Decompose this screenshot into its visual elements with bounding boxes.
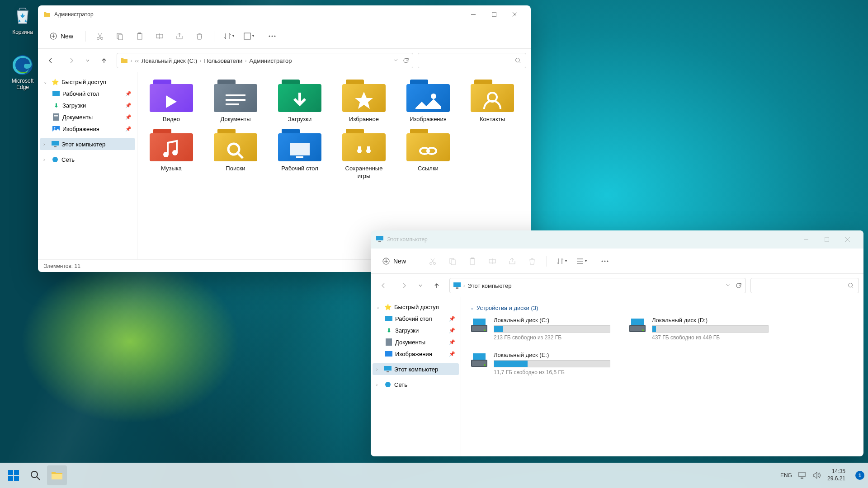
folder-item[interactable]: Контакты bbox=[467, 80, 517, 123]
language-indicator[interactable]: ENG bbox=[780, 472, 792, 479]
folder-item[interactable]: Избранное bbox=[339, 80, 389, 123]
maximize-button[interactable] bbox=[484, 5, 505, 23]
close-button[interactable] bbox=[505, 5, 525, 23]
chevron-down-icon[interactable] bbox=[726, 282, 731, 288]
desktop-icon-edge[interactable]: Microsoft Edge bbox=[5, 54, 40, 90]
nav-desktop[interactable]: Рабочий стол📌 bbox=[49, 88, 135, 99]
drive-item[interactable]: Локальный диск (C:)213 ГБ свободно из 23… bbox=[470, 317, 610, 341]
share-button[interactable] bbox=[171, 28, 188, 44]
up-button[interactable] bbox=[429, 277, 445, 294]
recent-button[interactable] bbox=[417, 277, 424, 294]
view-button[interactable]: ▾ bbox=[573, 253, 590, 269]
folder-item[interactable]: Ссылки bbox=[403, 129, 453, 180]
svg-rect-79 bbox=[385, 316, 392, 321]
minimize-button[interactable] bbox=[463, 5, 484, 23]
folder-item[interactable]: Видео bbox=[146, 80, 196, 123]
address-bar[interactable]: › ‹‹ Локальный диск (C:)› Пользователи› … bbox=[117, 53, 413, 68]
folder-item[interactable]: Рабочий стол bbox=[275, 129, 325, 180]
nav-documents[interactable]: Документы📌 bbox=[382, 336, 459, 348]
rename-button[interactable] bbox=[484, 253, 500, 269]
copy-button[interactable] bbox=[112, 28, 128, 44]
svg-rect-14 bbox=[137, 33, 142, 39]
folder-label: Документы bbox=[220, 116, 250, 123]
folder-item[interactable]: Документы bbox=[211, 80, 260, 123]
section-header[interactable]: ⌄Устройства и диски (3) bbox=[470, 305, 854, 311]
nav-pane: ⌄⭐Быстрый доступ Рабочий стол📌 ⬇Загрузки… bbox=[371, 297, 461, 456]
close-button[interactable] bbox=[837, 230, 858, 249]
view-button[interactable]: ▾ bbox=[241, 28, 257, 44]
svg-point-32 bbox=[52, 157, 58, 162]
forward-button[interactable] bbox=[63, 52, 80, 69]
nav-this-pc[interactable]: ›Этот компьютер bbox=[373, 363, 459, 375]
search-button[interactable] bbox=[25, 465, 45, 485]
cut-button[interactable] bbox=[92, 28, 108, 44]
svg-rect-43 bbox=[296, 156, 303, 158]
search-input[interactable] bbox=[750, 278, 859, 293]
nav-network[interactable]: ›Сеть bbox=[373, 379, 459, 390]
copy-button[interactable] bbox=[444, 253, 461, 269]
clock[interactable]: 14:35 29.6.21 bbox=[827, 468, 849, 482]
svg-point-95 bbox=[484, 364, 486, 366]
desktop-icon-recycle-bin[interactable]: Корзина bbox=[5, 5, 40, 35]
explorer-taskbar-button[interactable] bbox=[47, 465, 67, 485]
drive-item[interactable]: Локальный диск (E:)11,7 ГБ свободно из 1… bbox=[470, 352, 610, 375]
share-button[interactable] bbox=[504, 253, 520, 269]
content-area[interactable]: ⌄Устройства и диски (3) Локальный диск (… bbox=[461, 297, 863, 456]
drive-item[interactable]: Локальный диск (D:)437 ГБ свободно из 44… bbox=[628, 317, 769, 341]
refresh-icon[interactable] bbox=[736, 282, 742, 289]
paste-button[interactable] bbox=[464, 253, 481, 269]
more-button[interactable] bbox=[597, 253, 613, 269]
back-button[interactable] bbox=[375, 277, 392, 294]
folder-item[interactable]: Поиски bbox=[211, 129, 260, 180]
cut-button[interactable] bbox=[425, 253, 441, 269]
delete-button[interactable] bbox=[524, 253, 540, 269]
nav-this-pc[interactable]: ›Этот компьютер bbox=[40, 138, 135, 150]
nav-pictures[interactable]: Изображения📌 bbox=[382, 348, 459, 360]
nav-downloads[interactable]: ⬇Загрузки📌 bbox=[49, 99, 135, 111]
svg-rect-33 bbox=[226, 94, 245, 96]
network-tray-icon[interactable] bbox=[798, 472, 807, 479]
folder-item[interactable]: Музыка bbox=[146, 129, 196, 180]
svg-rect-104 bbox=[799, 472, 805, 477]
pin-icon: 📌 bbox=[125, 114, 132, 120]
svg-line-23 bbox=[519, 62, 521, 63]
up-button[interactable] bbox=[96, 52, 112, 69]
volume-tray-icon[interactable] bbox=[813, 472, 821, 479]
folder-label: Изображения bbox=[410, 116, 447, 123]
nav-quick-access[interactable]: ⌄⭐Быстрый доступ bbox=[40, 76, 135, 88]
new-button[interactable]: New bbox=[44, 30, 79, 42]
folder-item[interactable]: Изображения bbox=[403, 80, 453, 123]
rename-button[interactable] bbox=[151, 28, 168, 44]
refresh-icon[interactable] bbox=[403, 57, 409, 64]
more-button[interactable] bbox=[264, 28, 280, 44]
svg-rect-99 bbox=[8, 476, 13, 481]
nav-documents[interactable]: Документы📌 bbox=[49, 111, 135, 123]
maximize-button[interactable] bbox=[816, 230, 837, 249]
sort-button[interactable]: ▾ bbox=[221, 28, 237, 44]
notification-badge[interactable]: 1 bbox=[855, 471, 864, 480]
start-button[interactable] bbox=[4, 465, 24, 485]
folder-item[interactable]: Загрузки bbox=[275, 80, 325, 123]
new-button[interactable]: New bbox=[377, 255, 411, 267]
svg-rect-24 bbox=[52, 91, 60, 96]
forward-button[interactable] bbox=[396, 277, 412, 294]
search-input[interactable] bbox=[418, 53, 526, 68]
titlebar[interactable]: Администратор bbox=[38, 5, 531, 23]
chevron-down-icon[interactable] bbox=[393, 57, 398, 63]
nav-pictures[interactable]: Изображения📌 bbox=[49, 123, 135, 135]
minimize-button[interactable] bbox=[796, 230, 816, 249]
nav-quick-access[interactable]: ⌄⭐Быстрый доступ bbox=[373, 301, 459, 313]
delete-button[interactable] bbox=[191, 28, 208, 44]
svg-rect-27 bbox=[54, 117, 58, 117]
nav-network[interactable]: ›Сеть bbox=[40, 154, 135, 165]
nav-desktop[interactable]: Рабочий стол📌 bbox=[382, 313, 459, 324]
sort-button[interactable]: ▾ bbox=[553, 253, 570, 269]
recent-button[interactable] bbox=[84, 52, 91, 69]
nav-downloads[interactable]: ⬇Загрузки📌 bbox=[382, 324, 459, 336]
paste-button[interactable] bbox=[132, 28, 148, 44]
svg-point-22 bbox=[516, 58, 520, 62]
folder-item[interactable]: Сохраненные игры bbox=[339, 129, 389, 180]
back-button[interactable] bbox=[42, 52, 59, 69]
titlebar[interactable]: Этот компьютер bbox=[371, 230, 863, 249]
address-bar[interactable]: › Этот компьютер bbox=[449, 278, 746, 293]
